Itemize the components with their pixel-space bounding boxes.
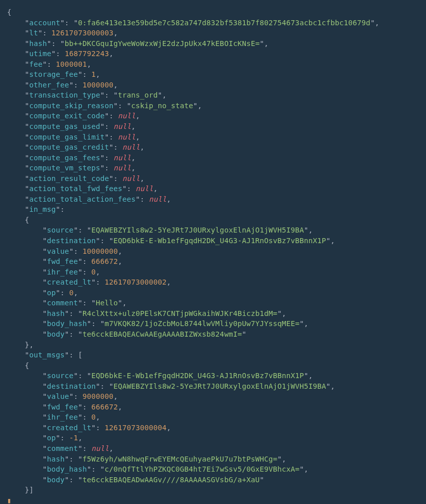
json-key: compute_gas_used bbox=[29, 122, 100, 130]
json-string: c/0nQfTtlYhPZKQC0GB4ht7Ei7wSsv5/0GxE9VBh… bbox=[105, 465, 300, 473]
json-key: body_hash bbox=[47, 465, 87, 473]
json-key: destination bbox=[47, 382, 96, 390]
json-string: bb++DKCGquIgYweWoWzxWjE2dzJpUkx47kEBOIcK… bbox=[65, 39, 260, 48]
json-key: hash bbox=[29, 39, 47, 48]
json-string: EQAWEBZYIls8w2-5YeJRt7J0URxylgoxElnAjO1j… bbox=[113, 382, 326, 390]
json-key: created_lt bbox=[47, 278, 92, 286]
json-number: 12617073000002 bbox=[105, 278, 167, 286]
json-string: Hello bbox=[96, 299, 118, 307]
json-null: null bbox=[91, 444, 109, 452]
json-string: R4clXttx+ulz0PElsK7CNTjpWGkaihWJKr4Biczb… bbox=[82, 309, 277, 317]
json-key: out_msgs bbox=[29, 351, 65, 359]
json-string: cskip_no_state bbox=[131, 102, 193, 110]
json-key: compute_gas_credit bbox=[29, 143, 109, 151]
json-key: hash bbox=[47, 455, 65, 463]
json-null: null bbox=[122, 174, 140, 182]
json-key: hash bbox=[47, 309, 65, 317]
json-key: comment bbox=[47, 299, 78, 307]
json-string: te6cckEBAQEACwAAEgAAAABIZWxsb824wmI= bbox=[82, 330, 242, 338]
json-number: 10000000 bbox=[82, 247, 118, 255]
json-null: null bbox=[118, 133, 136, 141]
json-key: compute_vm_steps bbox=[29, 164, 100, 172]
json-key: op bbox=[47, 434, 56, 442]
json-key: value bbox=[47, 392, 69, 400]
json-key: ihr_fee bbox=[47, 268, 78, 276]
json-key: source bbox=[47, 372, 74, 380]
json-key: compute_exit_code bbox=[29, 112, 105, 120]
json-number: -1 bbox=[69, 434, 78, 442]
json-number: 1000001 bbox=[56, 60, 87, 68]
json-key: created_lt bbox=[47, 424, 92, 432]
json-key: other_fee bbox=[29, 81, 69, 89]
json-number: 12617073000003 bbox=[52, 29, 114, 37]
cursor-icon: ▮ bbox=[7, 496, 12, 504]
json-number: 1687792243 bbox=[65, 50, 109, 58]
json-key: source bbox=[47, 226, 74, 234]
json-string: m7VKQK82/1joZcbMoL8744lwVMliy0pUw7YJYssq… bbox=[105, 319, 300, 328]
json-key: fwd_fee bbox=[47, 257, 78, 265]
json-key: body bbox=[47, 476, 65, 484]
json-number: 666672 bbox=[91, 257, 118, 265]
json-null: null bbox=[113, 164, 131, 172]
json-code-block[interactable]: { "account": "0:fa6e413e13e59bd5e7c582a7… bbox=[0, 0, 426, 504]
json-key: action_total_action_fees bbox=[29, 195, 136, 203]
json-null: null bbox=[113, 122, 131, 130]
json-key: fee bbox=[29, 60, 42, 68]
json-string: EQD6bkE-E-Wb1efFgqdH2DK_U4G3-AJ1RnOsvBz7… bbox=[91, 372, 304, 380]
json-string: trans_ord bbox=[118, 91, 158, 99]
json-key: utime bbox=[29, 50, 52, 58]
json-null: null bbox=[122, 143, 140, 151]
json-number: 1 bbox=[91, 70, 96, 78]
json-key: ihr_fee bbox=[47, 413, 78, 421]
json-key: in_msg bbox=[29, 205, 56, 213]
json-number: 0 bbox=[91, 268, 96, 276]
json-number: 12617073000004 bbox=[105, 424, 167, 432]
json-key: fwd_fee bbox=[47, 403, 78, 411]
json-string: EQAWEBZYIls8w2-5YeJRt7J0URxylgoxElnAjO1j… bbox=[91, 226, 304, 234]
json-key: transaction_type bbox=[29, 91, 100, 99]
json-key: value bbox=[47, 247, 69, 255]
json-key: compute_gas_fees bbox=[29, 154, 100, 162]
json-key: action_total_fwd_fees bbox=[29, 185, 122, 193]
json-null: null bbox=[118, 112, 136, 120]
json-key: lt bbox=[29, 29, 38, 37]
json-key: compute_skip_reason bbox=[29, 102, 113, 110]
json-key: body_hash bbox=[47, 319, 87, 328]
json-null: null bbox=[113, 154, 131, 162]
json-key: account bbox=[29, 19, 60, 27]
json-null: null bbox=[149, 195, 166, 203]
json-number: 0 bbox=[91, 413, 96, 421]
json-key: comment bbox=[47, 444, 78, 452]
json-number: 666672 bbox=[91, 403, 118, 411]
json-string: 0:fa6e413e13e59bd5e7c582a747d832bf5381b7… bbox=[78, 19, 370, 27]
json-number: 1000000 bbox=[82, 81, 113, 89]
json-string: EQD6bkE-E-Wb1efFgqdH2DK_U4G3-AJ1RnOsvBz7… bbox=[113, 237, 326, 245]
json-string: f5Wz6yh/wN8hwqFrwEYEMcQEuhyaePkU7u7btPsW… bbox=[82, 455, 277, 463]
json-null: null bbox=[136, 185, 153, 193]
json-key: storage_fee bbox=[29, 70, 78, 78]
json-key: body bbox=[47, 330, 65, 338]
json-key: compute_gas_limit bbox=[29, 133, 105, 141]
json-string: te6cckEBAQEADwAAGv////8AAAAASGVsbG/a+XaU bbox=[82, 476, 260, 484]
json-key: destination bbox=[47, 237, 96, 245]
json-key: op bbox=[47, 289, 56, 297]
json-number: 9000000 bbox=[82, 392, 113, 400]
json-key: action_result_code bbox=[29, 174, 109, 182]
